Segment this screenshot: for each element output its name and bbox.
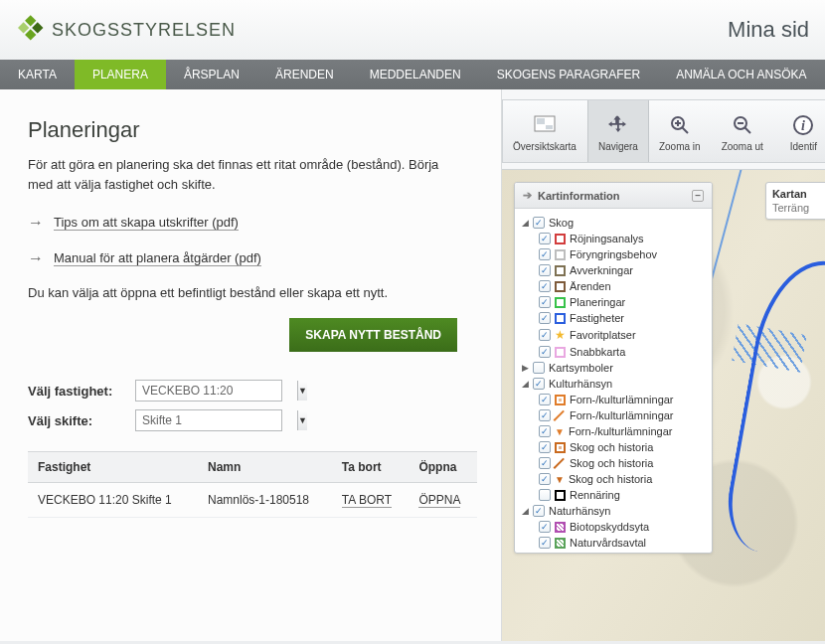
main-nav: KARTA PLANERA ÅRSPLAN ÄRENDEN MEDDELANDE…: [0, 60, 825, 89]
layer-panel-header[interactable]: ➔ Kartinformation –: [515, 183, 712, 209]
link-tips-pdf[interactable]: Tips om att skapa utskrifter (pdf): [54, 215, 239, 231]
layer-item-label: Fastigheter: [570, 312, 624, 324]
checkbox-icon[interactable]: ✓: [539, 537, 551, 549]
content-pane: Planeringar För att göra en planering sk…: [0, 89, 501, 641]
layer-item[interactable]: ✓ ★ Favoritplatser: [521, 326, 706, 344]
select-skifte[interactable]: ▼: [135, 409, 282, 431]
checkbox-icon[interactable]: ✓: [539, 346, 551, 358]
nav-item-planera[interactable]: PLANERA: [75, 60, 166, 89]
checkbox-icon[interactable]: [539, 489, 551, 501]
nav-item-meddelanden[interactable]: MEDDELANDEN: [352, 60, 479, 89]
checkbox-icon[interactable]: ✓: [539, 394, 551, 405]
checkbox-icon[interactable]: ✓: [539, 312, 551, 324]
tool-label: Zooma ut: [722, 141, 763, 152]
layer-item[interactable]: ✓ Ärenden: [521, 278, 706, 294]
layer-item[interactable]: ✓ Föryngringsbehov: [521, 246, 706, 262]
layer-item[interactable]: ✓ ▼ Forn-/kulturlämningar: [521, 423, 706, 439]
link-tabort[interactable]: TA BORT: [342, 493, 392, 508]
checkbox-icon[interactable]: ✓: [539, 296, 551, 308]
checkbox-icon[interactable]: ✓: [533, 505, 545, 517]
link-oppna[interactable]: ÖPPNA: [418, 493, 460, 508]
nav-item-karta[interactable]: KARTA: [0, 60, 75, 89]
layer-item[interactable]: ✓ Biotopskyddsyta: [521, 519, 706, 535]
checkbox-icon[interactable]: ✓: [539, 521, 551, 533]
label-fastighet: Välj fastighet:: [28, 384, 135, 399]
panel-title: Kartinformation: [538, 190, 620, 202]
layer-item-label: Biotopskyddsyta: [570, 521, 649, 533]
checkbox-icon[interactable]: ✓: [533, 378, 545, 390]
caret-icon: ▶: [521, 363, 529, 373]
checkbox-icon[interactable]: ✓: [539, 457, 551, 469]
layer-item[interactable]: ✓ Röjningsanalys: [521, 231, 706, 246]
layer-item-label: Skog och historia: [570, 457, 653, 469]
map-canvas[interactable]: Kartan Terräng ➔ Kartinformation – ◢ ✓ S…: [502, 169, 825, 641]
layer-item-label: Skog och historia: [569, 473, 652, 485]
star-icon: ★: [555, 328, 566, 342]
layer-group-label: Skog: [549, 217, 574, 229]
tool-identify[interactable]: i Identif: [774, 100, 825, 162]
nav-item-arenden[interactable]: ÄRENDEN: [257, 60, 352, 89]
nav-item-anmala-ansoka[interactable]: ANMÄLA OCH ANSÖKA: [658, 60, 824, 89]
layer-item[interactable]: ✓ Forn-/kulturlämningar: [521, 407, 706, 423]
layer-group[interactable]: ◢ ✓ Kulturhänsyn: [521, 376, 706, 392]
slash-icon: [555, 410, 566, 421]
layer-item[interactable]: ✓ Planeringar: [521, 294, 706, 310]
nav-item-skogens-paragrafer[interactable]: SKOGENS PARAGRAFER: [479, 60, 658, 89]
checkbox-icon[interactable]: ✓: [539, 233, 551, 244]
layer-item[interactable]: ✓ Naturvårdsavtal: [521, 535, 706, 551]
layer-group[interactable]: ▶ Kartsymboler: [521, 360, 706, 376]
link-manual-pdf[interactable]: Manual för att planera åtgärder (pdf): [54, 250, 261, 266]
checkbox-icon[interactable]: [533, 362, 545, 374]
layer-item[interactable]: ✓ Fastigheter: [521, 310, 706, 326]
checkbox-icon[interactable]: ✓: [539, 280, 551, 292]
map-style-terrang[interactable]: Terräng: [772, 201, 825, 215]
layer-item[interactable]: ✓ Skog och historia: [521, 439, 706, 455]
checkbox-icon[interactable]: ✓: [539, 248, 551, 260]
caret-icon: ◢: [521, 506, 529, 516]
nav-item-arsplan[interactable]: ÅRSPLAN: [166, 60, 257, 89]
select-skifte-input[interactable]: [136, 413, 297, 427]
zoom-in-icon: [669, 111, 691, 139]
layer-item[interactable]: ✓ ▼ Skog och historia: [521, 471, 706, 487]
checkbox-icon[interactable]: ✓: [539, 473, 551, 485]
triangle-down-icon: ▼: [555, 474, 565, 485]
layer-item[interactable]: ✓ Snabbkarta: [521, 344, 706, 360]
collapse-icon[interactable]: –: [692, 190, 704, 202]
map-pane: Översiktskarta Navigera Zooma in Zooma u…: [501, 89, 825, 641]
layer-group[interactable]: ◢ ✓ Naturhänsyn: [521, 503, 706, 519]
checkbox-icon[interactable]: ✓: [539, 409, 551, 421]
svg-rect-0: [25, 15, 36, 26]
create-stand-button[interactable]: SKAPA NYTT BESTÅND: [289, 318, 457, 352]
tool-zoom-in[interactable]: Zooma in: [649, 100, 712, 162]
layer-item-label: Avverkningar: [570, 264, 633, 276]
layer-swatch-icon: [555, 347, 566, 358]
svg-rect-5: [537, 118, 545, 124]
checkbox-icon[interactable]: ✓: [533, 217, 545, 229]
layer-item-label: Favoritplatser: [570, 329, 636, 341]
chevron-down-icon[interactable]: ▼: [297, 381, 307, 401]
checkbox-icon[interactable]: ✓: [539, 425, 551, 437]
tool-overview-map[interactable]: Översiktskarta: [503, 100, 587, 162]
layer-item[interactable]: ✓ Avverkningar: [521, 262, 706, 278]
link-manual: → Manual för att planera åtgärder (pdf): [28, 249, 477, 267]
th-fastighet: Fastighet: [28, 452, 198, 483]
layer-item[interactable]: ✓ Skog och historia: [521, 455, 706, 471]
intro-text: För att göra en planering ska det finnas…: [28, 155, 465, 194]
move-icon: [607, 111, 629, 139]
layer-item[interactable]: Rennäring: [521, 487, 706, 503]
checkbox-icon[interactable]: ✓: [539, 264, 551, 276]
select-fastighet-input[interactable]: [136, 384, 297, 398]
layer-group[interactable]: ◢ ✓ Skog: [521, 215, 706, 231]
chevron-down-icon[interactable]: ▼: [297, 410, 307, 430]
checkbox-icon[interactable]: ✓: [539, 329, 551, 341]
select-fastighet[interactable]: ▼: [135, 380, 282, 402]
label-skifte: Välj skifte:: [28, 413, 135, 428]
layer-swatch-icon: [555, 490, 566, 501]
checkbox-icon[interactable]: ✓: [539, 441, 551, 453]
tool-navigate[interactable]: Navigera: [587, 100, 649, 162]
svg-rect-1: [32, 22, 43, 33]
layer-item[interactable]: ✓ Forn-/kulturlämningar: [521, 392, 706, 407]
layer-item-label: Föryngringsbehov: [570, 248, 657, 260]
tool-zoom-out[interactable]: Zooma ut: [712, 100, 774, 162]
map-style-kartan[interactable]: Kartan: [772, 187, 825, 201]
